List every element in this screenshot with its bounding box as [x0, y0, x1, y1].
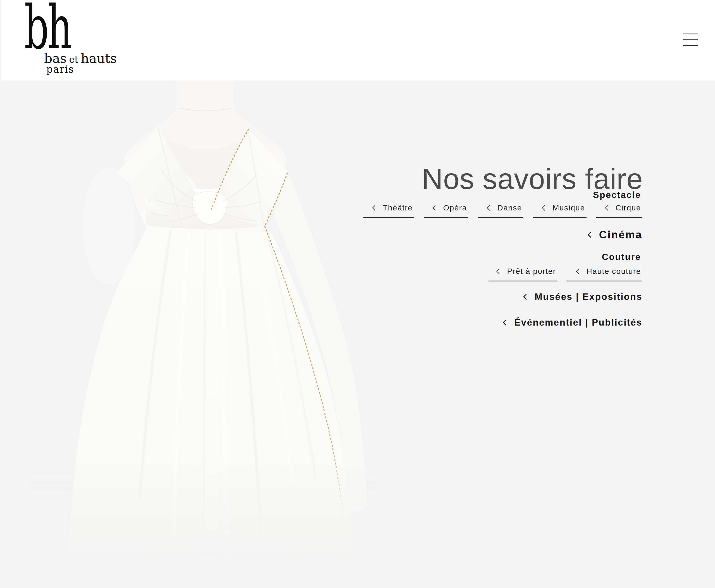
chevron-left-icon: [522, 293, 527, 301]
chevron-left-icon: [541, 204, 546, 212]
link-label: Haute couture: [586, 267, 641, 276]
heading-spectacle: Spectacle: [593, 190, 641, 199]
brand-monogram: bh: [24, 1, 71, 55]
chevron-left-icon: [575, 268, 580, 275]
hamburger-icon: [683, 34, 698, 34]
link-musees-expositions[interactable]: Musées | Expositions: [522, 292, 643, 301]
link-label: Musées | Expositions: [535, 292, 643, 301]
brand-wordmark: basethauts: [44, 52, 117, 65]
menu-button[interactable]: [683, 33, 698, 46]
link-label: Opéra: [443, 204, 467, 212]
link-haute-couture[interactable]: Haute couture: [567, 267, 643, 281]
heading-couture: Couture: [602, 252, 641, 261]
link-evenementiel-publicites[interactable]: Événementiel | Publicités: [502, 318, 643, 327]
chevron-left-icon: [496, 268, 500, 275]
link-label: Cinéma: [599, 229, 643, 240]
brand-word-hauts: hauts: [81, 51, 117, 66]
link-opera[interactable]: Opéra: [424, 204, 468, 218]
chevron-left-icon: [604, 204, 609, 212]
link-label: Événementiel | Publicités: [514, 318, 643, 327]
hamburger-icon: [683, 45, 698, 46]
brand-city: paris: [46, 65, 74, 74]
chevron-left-icon: [587, 231, 592, 239]
link-musique[interactable]: Musique: [533, 204, 586, 218]
link-pret-a-porter[interactable]: Prêt à porter: [488, 267, 557, 281]
link-theatre[interactable]: Théâtre: [363, 204, 414, 218]
link-label: Prêt à porter: [507, 267, 556, 276]
link-label: Cirque: [615, 204, 641, 212]
chevron-left-icon: [486, 204, 491, 212]
chevron-left-icon: [371, 204, 376, 212]
link-label: Musique: [552, 204, 585, 212]
dress-image: [28, 81, 377, 586]
link-cirque[interactable]: Cirque: [596, 204, 643, 218]
chevron-left-icon: [502, 319, 507, 327]
link-label: Danse: [497, 204, 522, 212]
link-label: Théâtre: [383, 204, 413, 212]
spectacle-links-row: Théâtre Opéra Danse Musique Cirque: [363, 204, 643, 218]
brand-logo[interactable]: bh basethauts paris: [24, 0, 113, 78]
chevron-left-icon: [432, 204, 436, 212]
couture-links-row: Prêt à porter Haute couture: [488, 267, 643, 281]
link-danse[interactable]: Danse: [478, 204, 523, 218]
page-title: Nos savoirs faire: [422, 164, 643, 193]
header-left-edge: [0, 0, 1, 81]
page: bh basethauts paris Nos savoirs faire Sp…: [0, 0, 715, 588]
site-header: bh basethauts paris: [0, 0, 715, 81]
link-cinema[interactable]: Cinéma: [587, 229, 643, 240]
hamburger-icon: [683, 39, 698, 40]
